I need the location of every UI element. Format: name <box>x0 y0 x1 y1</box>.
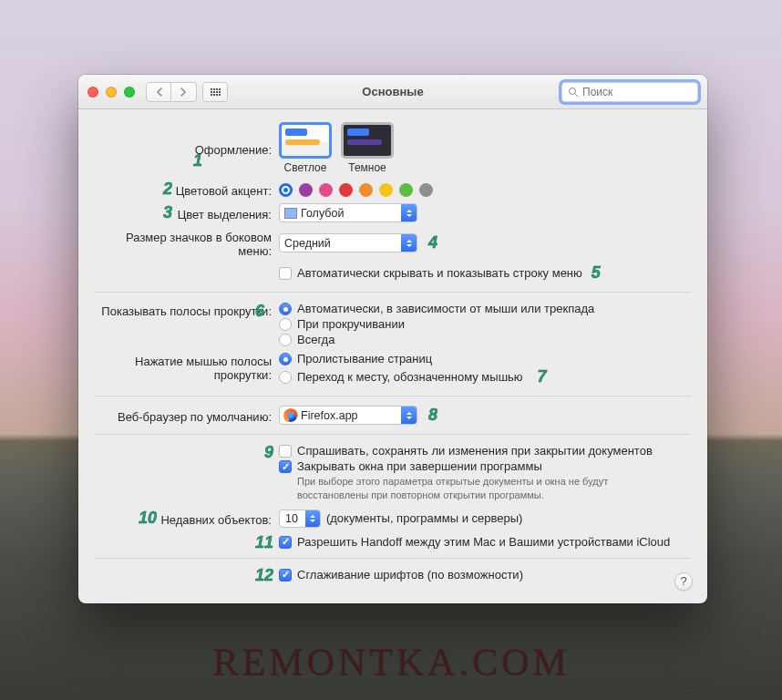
nav-buttons <box>146 82 197 102</box>
accent-color-row <box>279 183 691 197</box>
handoff-checkbox[interactable] <box>279 536 292 549</box>
close-windows-label: Закрывать окна при завершении программы <box>297 459 542 473</box>
badge-4: 4 <box>428 233 437 252</box>
popup-arrows-icon <box>401 204 417 221</box>
popup-arrows-icon <box>305 510 320 527</box>
accent-color-1[interactable] <box>299 183 313 197</box>
badge-2: 2 <box>163 180 172 199</box>
accent-color-4[interactable] <box>359 183 373 197</box>
font-smoothing-checkbox[interactable] <box>279 569 292 582</box>
forward-button[interactable] <box>171 82 197 102</box>
recent-suffix: (документы, программы и серверы) <box>326 511 522 525</box>
font-smoothing-label: Сглаживание шрифтов (по возможности) <box>297 568 523 582</box>
close-windows-checkbox[interactable] <box>279 460 292 473</box>
svg-point-0 <box>570 88 576 94</box>
appearance-light[interactable]: Светлое <box>279 122 332 174</box>
help-button[interactable]: ? <box>674 572 693 591</box>
autohide-menubar-checkbox[interactable] <box>279 267 292 280</box>
grid-icon <box>211 88 221 96</box>
chevron-right-icon <box>180 88 187 97</box>
scrollbars-scrolling-radio[interactable] <box>279 318 292 331</box>
badge-12: 12 <box>255 566 273 585</box>
appearance-light-label: Светлое <box>279 161 332 174</box>
popup-arrows-icon <box>401 234 417 252</box>
zoom-window-button[interactable] <box>124 87 135 98</box>
scrollbars-always-radio[interactable] <box>279 334 292 346</box>
browser-label: Веб-браузер по умолчанию: <box>95 407 279 424</box>
highlight-value: Голубой <box>301 207 344 220</box>
recent-label: 10 Недавних объектов: <box>95 510 279 527</box>
popup-arrows-icon <box>401 407 417 424</box>
recent-value: 10 <box>285 512 298 525</box>
minimize-window-button[interactable] <box>106 87 117 98</box>
badge-3: 3 <box>163 203 172 222</box>
scrollclick-page-radio[interactable] <box>279 353 292 365</box>
search-icon <box>568 87 579 98</box>
scrollclick-jump-label: Переход к месту, обозначенному мышью <box>297 370 523 384</box>
accent-color-6[interactable] <box>399 183 413 197</box>
sidebar-size-popup[interactable]: Средний <box>279 233 417 252</box>
appearance-label: 1 Оформление: <box>95 140 279 157</box>
accent-color-5[interactable] <box>379 183 393 197</box>
badge-10: 10 <box>139 509 157 528</box>
scrollbars-always-label: Всегда <box>297 333 334 346</box>
default-browser-popup[interactable]: Firefox.app <box>279 406 417 425</box>
svg-line-1 <box>575 94 578 97</box>
close-window-button[interactable] <box>87 87 98 98</box>
accent-color-2[interactable] <box>319 183 333 197</box>
appearance-dark-swatch <box>341 122 394 159</box>
divider <box>95 396 691 396</box>
scrollclick-jump-radio[interactable] <box>279 371 292 384</box>
highlight-label: 3 Цвет выделения: <box>95 205 279 221</box>
watermark: REMONTKA.COM <box>0 640 782 684</box>
scrollclick-label: Нажатие мышью полосы прокрутки: <box>95 352 279 382</box>
badge-8: 8 <box>428 406 437 425</box>
preferences-window: Основные 1 Оформление: Светлое <box>78 75 707 603</box>
ask-save-label: Спрашивать, сохранять ли изменения при з… <box>297 444 653 458</box>
accent-color-7[interactable] <box>419 183 433 197</box>
browser-value: Firefox.app <box>301 409 358 422</box>
firefox-icon <box>284 409 297 422</box>
badge-7: 7 <box>538 367 547 386</box>
badge-5: 5 <box>592 263 601 283</box>
content: 1 Оформление: Светлое Темное <box>78 109 707 603</box>
divider <box>95 434 691 435</box>
badge-9: 9 <box>264 443 273 462</box>
scrollbars-label: Показывать полосы прокрутки: <box>95 302 279 318</box>
ask-save-checkbox[interactable] <box>279 445 292 458</box>
highlight-color-popup[interactable]: Голубой <box>279 203 417 222</box>
autohide-menubar-label: Автоматически скрывать и показывать стро… <box>297 266 582 280</box>
badge-11: 11 <box>255 533 273 552</box>
appearance-light-swatch <box>279 122 332 159</box>
sidebar-size-value: Средний <box>284 237 331 250</box>
sidebar-size-label: Размер значков в боковом меню: <box>95 228 279 258</box>
highlight-swatch <box>284 208 297 219</box>
handoff-label: Разрешить Handoff между этим Mac и Вашим… <box>297 535 670 549</box>
accent-color-0[interactable] <box>279 183 293 197</box>
scrollbars-auto-radio[interactable] <box>279 303 292 315</box>
appearance-dark[interactable]: Темное <box>341 122 394 174</box>
scrollclick-page-label: Пролистывание страниц <box>297 352 432 365</box>
recent-items-stepper[interactable]: 10 <box>279 510 321 528</box>
search-input[interactable] <box>582 86 692 98</box>
scrollbars-auto-label: Автоматически, в зависимости от мыши или… <box>297 302 594 315</box>
badge-1: 1 <box>193 151 202 170</box>
scrollbars-scrolling-label: При прокручивании <box>297 317 405 331</box>
back-button[interactable] <box>146 82 171 102</box>
divider <box>95 292 691 293</box>
traffic-lights <box>87 87 135 98</box>
accent-color-3[interactable] <box>339 183 353 197</box>
search-field[interactable] <box>561 82 698 102</box>
divider <box>95 558 691 559</box>
accent-label: 2 Цветовой акцент: <box>95 181 279 198</box>
show-all-button[interactable] <box>202 82 228 102</box>
close-windows-note: При выборе этого параметра открытые доку… <box>279 475 680 502</box>
appearance-dark-label: Темное <box>341 161 394 174</box>
titlebar: Основные <box>78 75 707 109</box>
badge-6: 6 <box>255 302 264 321</box>
chevron-left-icon <box>156 88 162 97</box>
